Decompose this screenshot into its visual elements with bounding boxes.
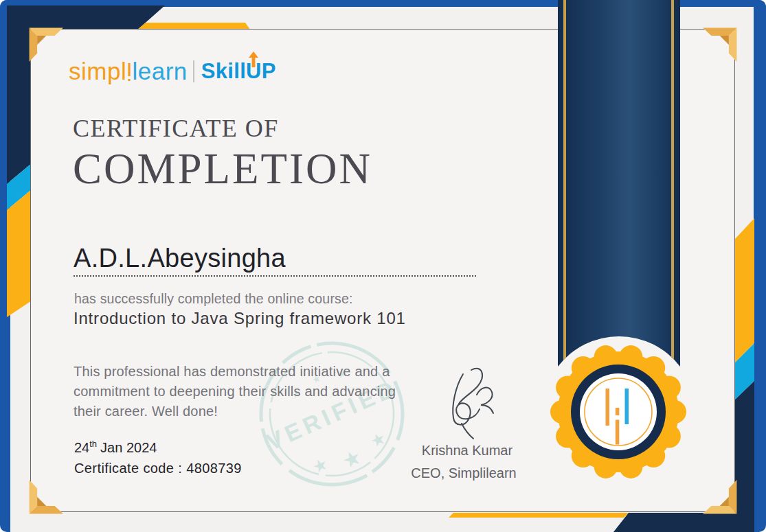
name-underline — [74, 275, 476, 277]
up-arrow-icon — [249, 51, 258, 68]
course-title: Introduction to Java Spring framework 10… — [74, 309, 406, 328]
certificate-code: Certificate code : 4808739 — [74, 461, 242, 476]
title-line-2: COMPLETION — [73, 144, 372, 194]
corner-ornament-top-left — [28, 27, 65, 64]
ribbon-and-medal — [529, 0, 708, 501]
signer-name: Krishna Kumar — [402, 443, 532, 459]
description-paragraph: This professional has demonstrated initi… — [74, 362, 396, 421]
ribbon — [558, 0, 680, 412]
completion-subtitle: has successfully completed the online co… — [74, 291, 353, 307]
simplilearn-skillup-logo: simplilearn SkillUP — [69, 58, 276, 85]
title-line-1: CERTIFICATE OF — [73, 114, 372, 143]
logo-simplilearn: simplilearn — [69, 58, 188, 85]
logo-divider — [193, 60, 194, 82]
issue-date: 24thJan 2024 — [74, 439, 157, 456]
svg-text:★: ★ — [368, 428, 389, 451]
logo-skillup: SkillUP — [201, 59, 276, 84]
description-line: This professional has demonstrated initi… — [74, 362, 396, 382]
logo-inverted-i: i — [126, 58, 132, 85]
certificate-title: CERTIFICATE OF COMPLETION — [73, 114, 372, 194]
description-line: their career. Well done! — [74, 402, 396, 421]
date-ordinal-suffix: th — [89, 439, 97, 449]
description-line: commitment to deepening their skills and… — [74, 382, 396, 402]
certificate-page: VERIFIED ★ ★ ★ ★ ★ ★ — [0, 0, 766, 532]
medal-badge — [550, 345, 686, 478]
signature — [434, 366, 510, 441]
corner-ornament-bottom-left — [28, 478, 65, 515]
signer-title: CEO, Simplilearn — [398, 465, 529, 481]
recipient-name: A.D.L.Abeysingha — [74, 244, 286, 273]
